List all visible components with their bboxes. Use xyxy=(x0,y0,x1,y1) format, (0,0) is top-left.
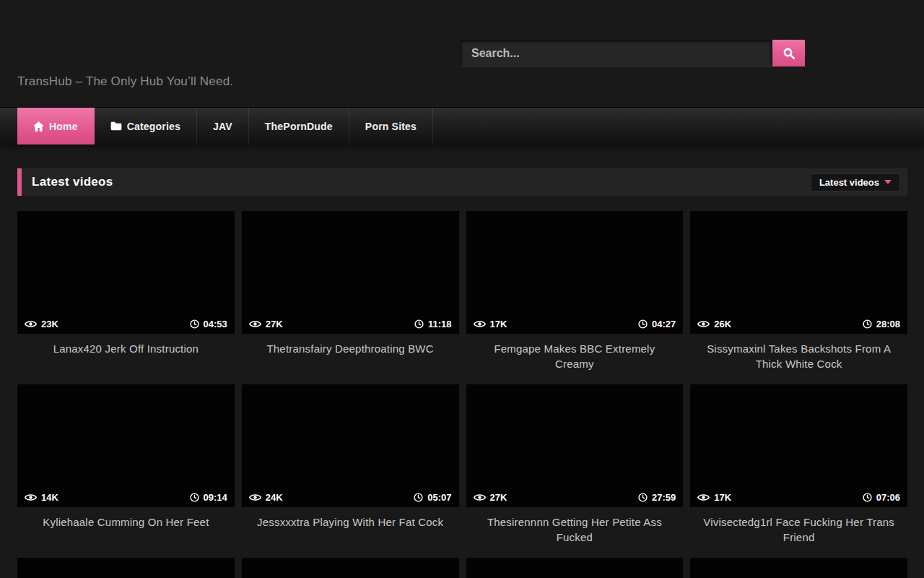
video-thumbnail[interactable]: 24K 05:07 xyxy=(242,384,459,507)
video-views: 17K xyxy=(490,319,507,329)
video-duration: 11:18 xyxy=(428,319,452,329)
folder-icon xyxy=(110,121,122,131)
sort-dropdown[interactable]: Latest videos xyxy=(811,173,900,191)
video-duration: 28:08 xyxy=(876,319,900,329)
duration-stat: 04:27 xyxy=(638,319,676,329)
video-thumbnail[interactable]: 14K 09:14 xyxy=(17,384,235,507)
video-thumbnail[interactable]: 17K 04:27 xyxy=(466,211,684,334)
video-card-partial[interactable] xyxy=(242,558,459,578)
duration-stat: 11:18 xyxy=(414,319,452,329)
nav-item-jav[interactable]: JAV xyxy=(197,108,249,144)
clock-icon xyxy=(638,493,648,502)
video-title[interactable]: Lanax420 Jerk Off Instruction xyxy=(17,334,235,356)
video-duration: 09:14 xyxy=(204,492,227,503)
eye-icon xyxy=(697,320,710,328)
search-input[interactable] xyxy=(461,40,772,66)
video-stats: 14K 09:14 xyxy=(17,487,235,507)
video-views: 27K xyxy=(490,492,507,503)
nav-item-categories[interactable]: Categories xyxy=(95,108,197,144)
video-card-partial[interactable] xyxy=(466,558,684,578)
nav-item-home[interactable]: Home xyxy=(17,108,95,144)
video-thumbnail[interactable]: 23K 04:53 xyxy=(17,211,235,334)
video-card[interactable]: 14K 09:14 Kyliehaale Cumming On Her Feet xyxy=(17,384,235,558)
views-stat: 17K xyxy=(474,319,507,329)
video-grid: 23K 04:53 Lanax420 Jerk Off Instruction xyxy=(17,211,907,578)
clock-icon xyxy=(414,319,424,329)
video-title[interactable]: Thesirennnn Getting Her Petite Ass Fucke… xyxy=(466,507,684,545)
video-card[interactable]: 27K 11:18 Thetransfairy Deepthroating BW… xyxy=(242,211,459,384)
video-stats: 26K 28:08 xyxy=(690,314,907,334)
video-card[interactable]: 24K 05:07 Jessxxxtra Playing With Her Fa… xyxy=(242,384,459,558)
clock-icon xyxy=(190,493,199,502)
video-card[interactable]: 23K 04:53 Lanax420 Jerk Off Instruction xyxy=(17,211,235,384)
clock-icon xyxy=(638,319,648,329)
video-title[interactable]: Vivisectedg1rl Face Fucking Her Trans Fr… xyxy=(690,507,907,545)
video-duration: 04:53 xyxy=(204,319,227,329)
nav-item-label: Home xyxy=(49,121,78,132)
views-stat: 14K xyxy=(25,492,58,503)
search-icon xyxy=(783,47,796,60)
eye-icon xyxy=(474,320,486,328)
video-thumbnail[interactable] xyxy=(466,558,684,578)
video-duration: 04:27 xyxy=(652,319,676,329)
caret-down-icon xyxy=(884,180,892,184)
eye-icon xyxy=(249,320,261,328)
video-thumbnail[interactable] xyxy=(690,558,907,578)
video-title[interactable]: Sissymaxinl Takes Backshots From A Thick… xyxy=(690,334,907,371)
views-stat: 17K xyxy=(697,492,731,503)
search-bar xyxy=(461,40,805,66)
video-duration: 27:59 xyxy=(652,492,676,503)
duration-stat: 28:08 xyxy=(863,319,900,329)
video-card[interactable]: 17K 04:27 Femgape Makes BBC Extremely Cr… xyxy=(466,211,684,384)
video-title[interactable]: Thetransfairy Deepthroating BWC xyxy=(242,334,459,356)
views-stat: 23K xyxy=(25,319,58,329)
views-stat: 24K xyxy=(249,492,283,503)
site-tagline: TransHub – The Only Hub You’ll Need. xyxy=(17,74,233,89)
video-thumbnail[interactable]: 26K 28:08 xyxy=(690,211,907,334)
clock-icon xyxy=(863,493,872,502)
duration-stat: 04:53 xyxy=(190,319,227,329)
video-card[interactable]: 17K 07:06 Vivisectedg1rl Face Fucking He… xyxy=(690,384,907,558)
video-card[interactable]: 27K 27:59 Thesirennnn Getting Her Petite… xyxy=(466,384,684,558)
clock-icon xyxy=(414,493,423,502)
video-title[interactable]: Kyliehaale Cumming On Her Feet xyxy=(17,507,235,530)
video-title[interactable]: Jessxxxtra Playing With Her Fat Cock xyxy=(242,507,459,530)
eye-icon xyxy=(25,320,37,328)
video-thumbnail[interactable] xyxy=(242,558,459,578)
nav-item-label: Porn Sites xyxy=(365,121,417,132)
video-card-partial[interactable] xyxy=(17,558,235,578)
views-stat: 27K xyxy=(474,492,507,503)
nav-item-label: ThePornDude xyxy=(265,121,333,132)
clock-icon xyxy=(190,319,199,329)
views-stat: 27K xyxy=(249,319,283,329)
video-views: 14K xyxy=(41,492,58,503)
video-thumbnail[interactable]: 17K 07:06 xyxy=(690,384,907,507)
home-icon xyxy=(33,121,44,131)
video-title[interactable]: Femgape Makes BBC Extremely Creamy xyxy=(466,334,684,371)
eye-icon xyxy=(249,493,261,501)
video-card[interactable]: 26K 28:08 Sissymaxinl Takes Backshots Fr… xyxy=(690,211,907,384)
section-header: Latest videos Latest videos xyxy=(17,168,907,196)
video-stats: 27K 27:59 xyxy=(466,487,684,507)
section-title: Latest videos xyxy=(32,175,113,189)
video-thumbnail[interactable]: 27K 27:59 xyxy=(466,384,684,507)
video-stats: 17K 07:06 xyxy=(690,487,907,507)
video-card-partial[interactable] xyxy=(690,558,907,578)
main-nav: Home Categories JAV ThePornDude Porn Sit… xyxy=(0,107,924,144)
nav-item-porn-sites[interactable]: Porn Sites xyxy=(349,108,433,144)
video-views: 27K xyxy=(266,319,283,329)
eye-icon xyxy=(697,493,710,501)
video-views: 23K xyxy=(41,319,58,329)
search-button[interactable] xyxy=(772,40,805,66)
nav-item-label: JAV xyxy=(213,121,232,132)
video-thumbnail[interactable]: 27K 11:18 xyxy=(242,211,459,334)
video-stats: 23K 04:53 xyxy=(17,314,235,334)
video-views: 24K xyxy=(266,492,283,503)
duration-stat: 09:14 xyxy=(190,492,227,503)
views-stat: 26K xyxy=(697,319,731,329)
clock-icon xyxy=(863,319,872,329)
video-thumbnail[interactable] xyxy=(17,558,235,578)
video-stats: 27K 11:18 xyxy=(242,314,459,334)
video-views: 26K xyxy=(714,319,731,329)
nav-item-theporndude[interactable]: ThePornDude xyxy=(249,108,349,144)
